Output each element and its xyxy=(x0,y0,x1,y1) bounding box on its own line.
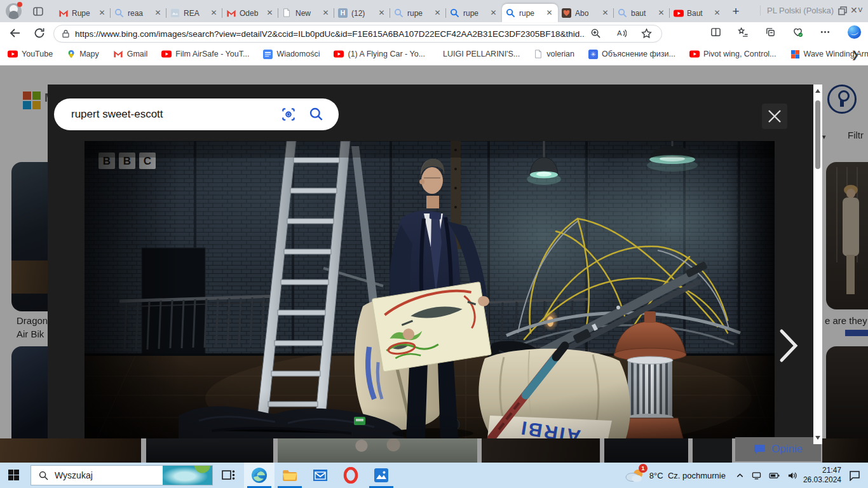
tab-close-icon[interactable]: ✕ xyxy=(433,8,442,18)
bookmark-item[interactable]: ✳ Объяснение физи... xyxy=(588,50,675,59)
action-center-icon[interactable] xyxy=(849,470,860,481)
bookmark-item[interactable]: volerian xyxy=(534,50,574,58)
scrollbar-thumb[interactable] xyxy=(815,100,820,169)
tab-actions-icon[interactable] xyxy=(32,5,44,18)
microsoft-logo[interactable] xyxy=(23,92,41,109)
browser-tab[interactable]: New ✕ xyxy=(278,4,334,22)
restore-window-icon[interactable] xyxy=(838,6,847,15)
taskbar-app-edge[interactable] xyxy=(244,463,275,488)
scroll-up-arrow[interactable] xyxy=(815,89,820,93)
task-view-button[interactable] xyxy=(220,468,236,482)
browser-tab[interactable]: H (12) ✕ xyxy=(334,4,390,22)
favorite-star-icon[interactable] xyxy=(641,28,653,39)
bookmark-item[interactable]: (1) A Flying Car - Yo... xyxy=(334,49,425,59)
result-thumbnail-strip[interactable] xyxy=(0,438,141,463)
result-caption-right[interactable]: e are they n xyxy=(825,315,868,326)
tab-close-icon[interactable]: ✕ xyxy=(153,8,163,18)
address-bar[interactable]: https://www.bing.com/images/search?view=… xyxy=(53,25,662,43)
tab-close-icon[interactable]: ✕ xyxy=(712,8,722,18)
browser-tab[interactable]: rupe ✕ xyxy=(390,4,446,22)
tab-close-icon[interactable]: ✕ xyxy=(377,8,386,18)
search-box[interactable]: rupert sweet-escott xyxy=(54,98,339,130)
start-button[interactable] xyxy=(8,470,19,480)
tab-close-icon[interactable]: ✕ xyxy=(489,8,498,18)
cast-icon[interactable] xyxy=(752,471,761,480)
browser-tab[interactable]: baut ✕ xyxy=(614,4,670,22)
search-submit-icon[interactable] xyxy=(308,106,325,123)
result-thumbnail-right[interactable] xyxy=(826,162,868,309)
back-button[interactable] xyxy=(9,27,22,39)
browser-tab[interactable]: Rupe ✕ xyxy=(55,4,111,22)
taskbar-search-input[interactable]: Wyszukaj xyxy=(31,465,213,485)
copilot-icon[interactable] xyxy=(847,25,862,39)
bookmark-item[interactable]: Pivot wing, Control... xyxy=(689,49,776,59)
filters-label[interactable]: Filtr xyxy=(848,130,864,140)
browser-tab[interactable]: REA ✕ xyxy=(166,4,222,22)
result-thumbnail-right-2[interactable] xyxy=(826,346,868,438)
battery-icon[interactable] xyxy=(769,472,780,479)
close-detail-button[interactable] xyxy=(762,104,787,129)
browser-tab[interactable]: Abo ✕ xyxy=(558,4,614,22)
search-query[interactable]: rupert sweet-escott xyxy=(71,108,280,121)
browser-essentials-icon[interactable] xyxy=(792,27,803,37)
taskbar-app-photos[interactable] xyxy=(366,463,397,488)
bookmark-item[interactable]: Gmail xyxy=(113,49,148,59)
more-icon[interactable] xyxy=(820,27,831,37)
browser-tab-active[interactable]: rupe ✕ xyxy=(502,4,558,22)
bookmark-item[interactable]: LUIGI PELLARINI'S... xyxy=(439,50,520,58)
bookmark-item[interactable]: Mapy xyxy=(67,49,99,59)
page-scrollbar[interactable] xyxy=(813,85,822,444)
split-screen-icon[interactable] xyxy=(710,27,721,37)
refresh-button[interactable] xyxy=(33,27,46,39)
result-thumbnail-strip[interactable] xyxy=(693,438,732,463)
close-icon[interactable]: ✕˅ xyxy=(850,5,863,15)
language-indicator: PL Polski (Polska) xyxy=(760,6,834,15)
taskbar-app-file-explorer[interactable] xyxy=(275,463,305,488)
feedback-button[interactable]: Opinie xyxy=(735,437,821,461)
browser-tab[interactable]: Odeb ✕ xyxy=(222,4,278,22)
visual-search-camera-icon[interactable] xyxy=(280,106,297,123)
result-caption-line1[interactable]: Dragon xyxy=(17,315,48,326)
bookmark-item[interactable]: Wiadomości xyxy=(263,50,320,59)
bookmark-item[interactable]: YouTube xyxy=(8,49,53,59)
weather-icon[interactable]: 1 xyxy=(625,466,646,484)
browser-tab[interactable]: rupe ✕ xyxy=(446,4,502,22)
dropdown-chevron-icon[interactable]: ▾ xyxy=(822,133,826,141)
tab-close-icon[interactable]: ✕ xyxy=(97,8,107,18)
chevron-up-icon[interactable] xyxy=(736,471,744,480)
lock-icon[interactable] xyxy=(62,29,70,38)
next-image-button[interactable] xyxy=(777,327,800,364)
read-aloud-icon[interactable]: A xyxy=(616,28,627,39)
tab-close-icon[interactable]: ✕ xyxy=(321,8,330,18)
tab-close-icon[interactable]: ✕ xyxy=(265,8,275,18)
rewards-icon[interactable] xyxy=(827,85,857,114)
volume-icon[interactable] xyxy=(787,471,797,480)
tab-close-icon[interactable]: ✕ xyxy=(545,8,554,18)
tab-close-icon[interactable]: ✕ xyxy=(656,8,666,18)
bookmark-label: Wiadomości xyxy=(276,50,320,58)
collections-icon[interactable] xyxy=(765,27,776,37)
weather-text[interactable]: 8°C Cz. pochmurnie xyxy=(649,471,726,480)
result-thumbnail-strip[interactable] xyxy=(278,438,477,463)
result-caption-line2[interactable]: Air Bik xyxy=(17,329,44,339)
url-text[interactable]: https://www.bing.com/images/search?view=… xyxy=(75,29,585,39)
result-thumbnail-strip[interactable] xyxy=(604,438,688,463)
bookmarks-overflow-chevron[interactable]: ❯ xyxy=(851,49,859,60)
tab-close-icon[interactable]: ✕ xyxy=(600,8,610,18)
zoom-in-icon[interactable] xyxy=(590,28,602,39)
taskbar-clock[interactable]: 21:47 26.03.2024 xyxy=(803,466,841,485)
taskbar-app-mail[interactable] xyxy=(305,463,336,488)
bookmark-item[interactable]: Film AirSafe - YouT... xyxy=(161,49,249,59)
bing-daily-image[interactable] xyxy=(163,465,212,485)
result-thumbnail-strip[interactable] xyxy=(822,438,868,463)
detail-image[interactable]: B B C xyxy=(85,141,775,438)
scroll-down-arrow[interactable] xyxy=(815,436,820,440)
taskbar-app-opera[interactable] xyxy=(336,463,366,488)
new-tab-button[interactable]: + xyxy=(728,4,743,18)
browser-tab[interactable]: reaa ✕ xyxy=(111,4,166,22)
result-thumbnail-strip[interactable] xyxy=(146,438,273,463)
favorites-bar-icon[interactable] xyxy=(738,27,749,37)
browser-tab[interactable]: Baut ✕ xyxy=(670,4,726,22)
result-thumbnail-strip[interactable] xyxy=(482,438,600,463)
tab-close-icon[interactable]: ✕ xyxy=(209,8,219,18)
